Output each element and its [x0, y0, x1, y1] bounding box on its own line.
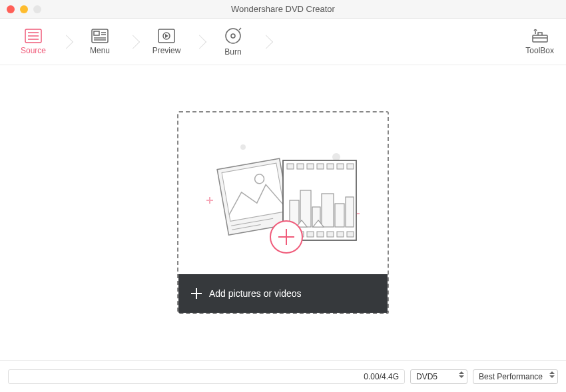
- arrow-separator-icon: [194, 19, 205, 65]
- stepper-icon: [459, 371, 464, 378]
- svg-rect-48: [322, 194, 334, 227]
- size-text: 0.00/4.4G: [364, 372, 399, 381]
- stepper-icon: [549, 371, 555, 378]
- svg-rect-16: [533, 35, 547, 42]
- nav-label: Menu: [90, 46, 110, 55]
- preview-icon: [158, 29, 175, 43]
- add-media-button[interactable]: Add pictures or videos: [178, 274, 388, 313]
- svg-rect-40: [307, 232, 314, 237]
- svg-rect-35: [327, 164, 334, 169]
- svg-rect-26: [222, 163, 285, 221]
- dropzone[interactable]: Add pictures or videos: [177, 111, 389, 314]
- svg-rect-42: [327, 232, 334, 237]
- svg-rect-33: [307, 164, 314, 169]
- navbar: Source Menu Preview Burn: [0, 19, 566, 65]
- dropzone-illustration: [178, 112, 388, 274]
- plus-icon: [190, 288, 202, 299]
- close-window-icon[interactable]: [7, 5, 15, 13]
- svg-rect-31: [287, 164, 294, 169]
- maximize-window-icon[interactable]: [33, 5, 41, 13]
- burn-icon: [224, 27, 242, 45]
- svg-rect-43: [337, 232, 344, 237]
- quality-value: Best Performance: [479, 372, 543, 381]
- svg-rect-34: [317, 164, 324, 169]
- menu-icon: [91, 29, 109, 43]
- size-progress-field: 0.00/4.4G: [8, 369, 405, 384]
- nav-label: Source: [21, 46, 46, 55]
- svg-point-23: [240, 144, 246, 150]
- svg-rect-41: [317, 232, 324, 237]
- window-controls: [0, 5, 41, 13]
- nav-step-source[interactable]: Source: [5, 19, 61, 65]
- svg-point-13: [226, 29, 240, 43]
- nav-step-burn[interactable]: Burn: [205, 19, 261, 65]
- svg-marker-12: [165, 34, 168, 38]
- toolbox-icon: [531, 29, 549, 43]
- svg-rect-37: [347, 164, 354, 169]
- svg-rect-5: [94, 31, 99, 35]
- titlebar: Wondershare DVD Creator: [0, 0, 566, 19]
- disc-type-value: DVD5: [416, 372, 437, 381]
- svg-rect-44: [347, 232, 354, 237]
- window-title: Wondershare DVD Creator: [0, 4, 566, 14]
- source-icon: [25, 29, 42, 43]
- svg-point-14: [231, 34, 235, 38]
- nav-label: Burn: [224, 47, 241, 57]
- nav-label: Preview: [152, 46, 181, 55]
- toolbox-label: ToolBox: [525, 46, 554, 55]
- svg-line-15: [239, 28, 241, 30]
- disc-type-select[interactable]: DVD5: [410, 369, 467, 384]
- toolbox-button[interactable]: ToolBox: [525, 19, 554, 65]
- arrow-separator-icon: [61, 19, 72, 65]
- svg-rect-36: [337, 164, 344, 169]
- svg-rect-49: [335, 204, 344, 227]
- svg-rect-32: [297, 164, 304, 169]
- nav-step-menu[interactable]: Menu: [72, 19, 128, 65]
- arrow-separator-icon: [261, 19, 272, 65]
- svg-rect-50: [346, 197, 354, 227]
- main-area: Add pictures or videos: [0, 65, 566, 360]
- minimize-window-icon[interactable]: [20, 5, 28, 13]
- add-media-label: Add pictures or videos: [209, 288, 302, 299]
- arrow-separator-icon: [128, 19, 139, 65]
- bottombar: 0.00/4.4G DVD5 Best Performance: [0, 360, 566, 392]
- nav-step-preview[interactable]: Preview: [139, 19, 194, 65]
- quality-select[interactable]: Best Performance: [473, 369, 558, 384]
